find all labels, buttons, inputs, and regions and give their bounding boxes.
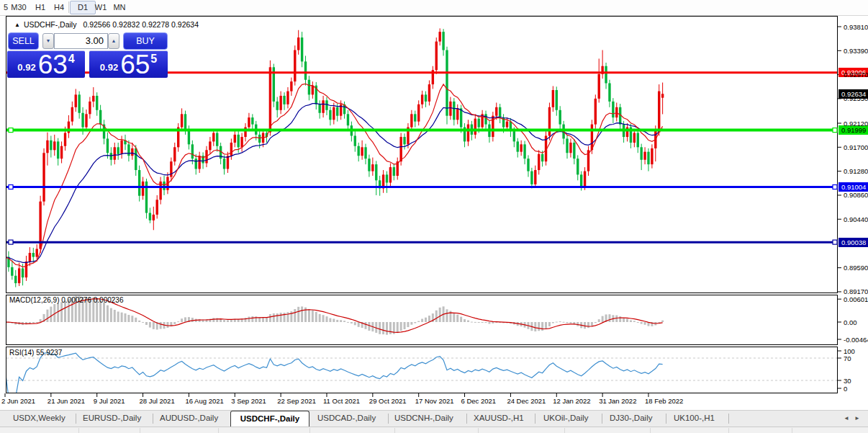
buy-price-prefix: 0.92 xyxy=(100,61,118,75)
tab-USDCHF-,Daily[interactable]: USDCHF-,Daily xyxy=(230,411,309,427)
date-tick-label: 24 Dec 2021 xyxy=(507,397,546,406)
date-tick-label: 29 Oct 2021 xyxy=(369,397,407,406)
volume-input[interactable]: 3.00 xyxy=(54,33,108,49)
symbol-tab-bar: USDX,WeeklyEURUSD-,DailyAUDUSD-,DailyUSD… xyxy=(0,410,868,427)
macd-pane[interactable] xyxy=(6,295,838,345)
strip-separator xyxy=(218,428,219,433)
date-tick-label: 31 Jan 2022 xyxy=(599,397,636,406)
strip-separator xyxy=(140,428,140,433)
chart-ohlc-values: 0.92566 0.92832 0.92278 0.92634 xyxy=(83,20,199,29)
rsi-value: 55.9237 xyxy=(36,349,62,357)
sell-price-prefix: 0.92 xyxy=(17,61,35,75)
date-tick-label: 18 Feb 2022 xyxy=(645,397,683,406)
price-tick-label: 0.91700 xyxy=(844,143,868,151)
rsi-name: RSI(14) xyxy=(9,349,34,357)
bottom-strip xyxy=(0,427,868,433)
chart-title: ▲USDCHF-,Daily0.92566 0.92832 0.92278 0.… xyxy=(14,20,199,29)
price-tick-label: 0.92120 xyxy=(844,120,868,128)
strip-separator xyxy=(792,428,792,433)
strip-separator xyxy=(309,428,310,433)
date-tick-label: 6 Dec 2021 xyxy=(461,397,497,406)
tab-separator xyxy=(466,414,467,424)
buy-price-big: 65 xyxy=(120,52,150,78)
chevron-down-icon: ▼ xyxy=(46,38,51,43)
strip-separator xyxy=(394,428,395,433)
tab-UK100-,H1[interactable]: UK100-,H1 xyxy=(674,414,715,422)
macd-name: MACD(12,26,9) xyxy=(9,296,59,304)
tab-separator xyxy=(602,414,602,424)
tab-separator xyxy=(153,414,153,424)
volume-decrease-button[interactable]: ▼ xyxy=(42,33,54,49)
tab-XAUUSD-,H1[interactable]: XAUUSD-,H1 xyxy=(474,414,524,422)
price-tick-label: 0.91280 xyxy=(844,167,868,175)
sell-button[interactable]: SELL xyxy=(8,32,39,50)
buy-price-display[interactable]: 0.92655 xyxy=(89,50,168,78)
chart-symbol-label: USDCHF-,Daily xyxy=(24,20,77,29)
price-tick-label: 0.93390 xyxy=(844,47,868,55)
toolbar-separator xyxy=(68,1,69,13)
date-tick-label: 16 Aug 2021 xyxy=(185,397,223,406)
timeframe-button-mn[interactable]: MN xyxy=(107,1,132,14)
tab-separator xyxy=(388,414,389,424)
volume-increase-button[interactable]: ▲ xyxy=(108,33,119,49)
price-line-label-0.90038: 0.90038 xyxy=(838,238,868,247)
macd-values: 0.000276 0.000236 xyxy=(61,296,123,304)
price-tick-label: 0.93810 xyxy=(844,23,868,31)
macd-tick-label: 0.00601 xyxy=(844,295,868,303)
macd-tick-label: -0.00464 xyxy=(844,336,868,344)
rsi-tick-label: 0 xyxy=(844,385,868,393)
sell-price-big: 63 xyxy=(38,52,68,78)
tab-scroll-right-icon[interactable]: ► xyxy=(854,415,860,421)
rsi-tick-label: 70 xyxy=(844,354,868,362)
date-tick-label: 28 Jul 2021 xyxy=(140,397,175,406)
price-tick-label: 0.90860 xyxy=(844,191,868,199)
date-tick-label: 17 Nov 2021 xyxy=(415,397,454,406)
tab-separator xyxy=(666,414,666,424)
tab-EURUSD-,Daily[interactable]: EURUSD-,Daily xyxy=(83,414,141,422)
date-tick-label: 9 Jul 2021 xyxy=(94,397,125,406)
tab-separator xyxy=(728,414,729,424)
title-marker-icon: ▲ xyxy=(14,22,20,28)
strip-separator xyxy=(478,428,479,433)
strip-separator xyxy=(728,428,729,433)
timeframe-toolbar: 5M30H1H4D1W1MN xyxy=(0,0,868,16)
strip-separator xyxy=(650,428,651,433)
rsi-tick-label: 30 xyxy=(844,377,868,385)
date-tick-label: 12 Jan 2022 xyxy=(553,397,590,406)
timeframe-button-h4[interactable]: H4 xyxy=(48,1,71,14)
sell-price-display[interactable]: 0.92634 xyxy=(7,50,85,78)
price-tick-label: 0.92970 xyxy=(844,71,868,79)
tab-DJ30-,Daily[interactable]: DJ30-,Daily xyxy=(610,414,652,422)
price-line-label-0.91004: 0.91004 xyxy=(838,182,868,192)
price-tick-label: 0.90440 xyxy=(844,215,868,223)
rsi-label: RSI(14) 55.9237 xyxy=(9,349,62,357)
date-tick-label: 22 Sep 2021 xyxy=(277,397,316,406)
strip-separator xyxy=(564,428,565,433)
rsi-pane[interactable] xyxy=(6,347,838,393)
date-tick-label: 2 Jun 2021 xyxy=(1,397,35,406)
tab-scroll-left-icon[interactable]: ◄ xyxy=(844,415,849,421)
tab-separator xyxy=(76,414,76,424)
buy-price-sup: 5 xyxy=(150,53,157,65)
current-price-label: 0.92634 xyxy=(838,89,868,99)
tab-UKOil-,Daily[interactable]: UKOil-,Daily xyxy=(543,414,589,422)
tab-USDX,Weekly[interactable]: USDX,Weekly xyxy=(13,414,65,422)
chevron-up-icon: ▲ xyxy=(112,38,117,43)
strip-separator xyxy=(78,428,79,433)
price-tick-label: 0.89590 xyxy=(844,264,868,272)
macd-tick-label: 0.00 xyxy=(844,318,868,326)
date-tick-label: 11 Oct 2021 xyxy=(323,397,360,406)
date-tick-label: 3 Sep 2021 xyxy=(231,397,266,406)
macd-label: MACD(12,26,9) 0.000276 0.000236 xyxy=(9,296,123,304)
date-tick-label: 21 Jun 2021 xyxy=(48,397,85,406)
sell-price-sup: 4 xyxy=(68,53,75,65)
tab-AUDUSD-,Daily[interactable]: AUDUSD-,Daily xyxy=(160,414,218,422)
buy-button[interactable]: BUY xyxy=(123,32,168,50)
tab-USDCNH-,Daily[interactable]: USDCNH-,Daily xyxy=(394,414,453,422)
trading-platform-window: { "toolbar": { "timeframes": ["5","M30",… xyxy=(0,0,868,433)
tab-USDCAD-,Daily[interactable]: USDCAD-,Daily xyxy=(317,414,376,422)
tab-separator xyxy=(535,414,535,424)
